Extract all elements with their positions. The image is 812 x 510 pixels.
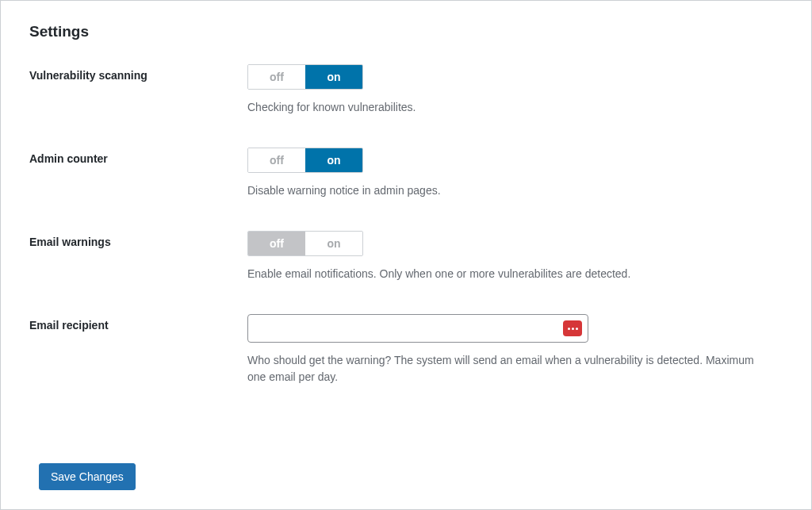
control-admin-counter: off on Disable warning notice in admin p… — [247, 148, 783, 199]
description-email-warnings: Enable email notifications. Only when on… — [247, 266, 771, 282]
toggle-on-vulnerability-scanning[interactable]: on — [305, 65, 362, 89]
description-admin-counter: Disable warning notice in admin pages. — [247, 182, 771, 199]
row-vulnerability-scanning: Vulnerability scanning off on Checking f… — [29, 64, 783, 116]
toggle-off-email-warnings[interactable]: off — [248, 232, 305, 255]
toggle-admin-counter[interactable]: off on — [247, 148, 363, 173]
control-email-warnings: off on Enable email notifications. Only … — [247, 231, 783, 282]
description-vulnerability-scanning: Checking for known vulnerabilites. — [247, 99, 771, 116]
description-email-recipient: Who should get the warning? The system w… — [247, 352, 771, 385]
row-email-recipient: Email recipient Who should get the warni… — [29, 314, 783, 385]
label-email-recipient: Email recipient — [29, 314, 247, 332]
toggle-on-admin-counter[interactable]: on — [305, 148, 362, 172]
page-title: Settings — [29, 23, 783, 40]
control-vulnerability-scanning: off on Checking for known vulnerabilites… — [247, 64, 783, 116]
row-admin-counter: Admin counter off on Disable warning not… — [29, 148, 783, 199]
toggle-vulnerability-scanning[interactable]: off on — [247, 64, 363, 90]
toggle-email-warnings[interactable]: off on — [247, 231, 363, 256]
toggle-on-email-warnings[interactable]: on — [305, 232, 362, 255]
label-vulnerability-scanning: Vulnerability scanning — [29, 64, 247, 82]
label-email-warnings: Email warnings — [29, 231, 247, 248]
toggle-off-admin-counter[interactable]: off — [248, 148, 305, 172]
toggle-off-vulnerability-scanning[interactable]: off — [248, 65, 305, 89]
row-email-warnings: Email warnings off on Enable email notif… — [29, 231, 783, 282]
control-email-recipient: Who should get the warning? The system w… — [247, 314, 783, 385]
save-button[interactable]: Save Changes — [39, 463, 136, 490]
email-recipient-input[interactable] — [247, 314, 588, 343]
settings-panel: Settings Vulnerability scanning off on C… — [0, 0, 812, 510]
password-manager-icon[interactable] — [563, 320, 582, 336]
email-input-wrap — [247, 314, 588, 343]
label-admin-counter: Admin counter — [29, 148, 247, 165]
